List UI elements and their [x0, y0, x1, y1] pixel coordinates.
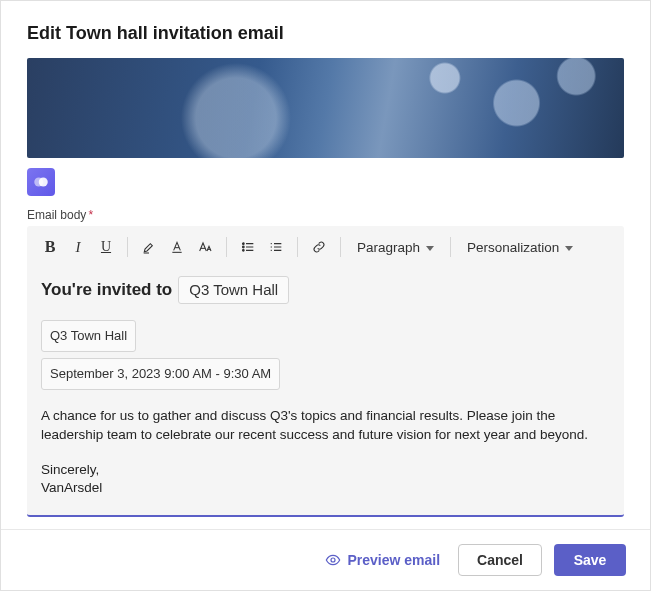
- numbered-list-button[interactable]: [263, 234, 289, 260]
- toolbar-separator: [127, 237, 128, 257]
- editor-toolbar: B I U P: [27, 226, 624, 264]
- underline-button[interactable]: U: [93, 234, 119, 260]
- bullet-list-icon: [240, 239, 256, 255]
- svg-point-1: [39, 178, 48, 187]
- preview-email-link[interactable]: Preview email: [325, 552, 440, 568]
- personalization-select[interactable]: Personalization: [459, 236, 581, 259]
- invite-prefix: You're invited to: [41, 278, 172, 303]
- email-banner-image: [27, 58, 624, 158]
- email-body-editor: B I U P: [27, 226, 624, 517]
- toolbar-separator: [340, 237, 341, 257]
- highlight-button[interactable]: [136, 234, 162, 260]
- toolbar-separator: [226, 237, 227, 257]
- chevron-down-icon: [565, 246, 573, 251]
- email-description: A chance for us to gather and discuss Q3…: [41, 406, 610, 445]
- email-body-label: Email body*: [27, 208, 624, 222]
- svg-point-4: [243, 250, 245, 252]
- paragraph-style-select[interactable]: Paragraph: [349, 236, 442, 259]
- page-title: Edit Town hall invitation email: [27, 23, 624, 44]
- toolbar-separator: [450, 237, 451, 257]
- bulleted-list-button[interactable]: [235, 234, 261, 260]
- action-bar: Preview email Cancel Save: [1, 529, 650, 590]
- event-time-token[interactable]: September 3, 2023 9:00 AM - 9:30 AM: [41, 358, 280, 390]
- svg-point-2: [243, 243, 245, 245]
- overlap-circles-icon: [32, 173, 50, 191]
- cancel-button[interactable]: Cancel: [458, 544, 542, 576]
- event-name-token[interactable]: Q3 Town Hall: [41, 320, 136, 352]
- toolbar-separator: [297, 237, 298, 257]
- event-title-token[interactable]: Q3 Town Hall: [178, 276, 289, 304]
- chevron-down-icon: [426, 246, 434, 251]
- editor-content[interactable]: You're invited to Q3 Town Hall Q3 Town H…: [27, 264, 624, 515]
- brand-logo: [27, 168, 55, 196]
- svg-point-5: [331, 558, 335, 562]
- closing-line: Sincerely,: [41, 461, 610, 479]
- svg-point-3: [243, 246, 245, 248]
- italic-button[interactable]: I: [65, 234, 91, 260]
- signature-name: VanArsdel: [41, 479, 610, 497]
- save-button[interactable]: Save: [554, 544, 626, 576]
- link-button[interactable]: [306, 234, 332, 260]
- font-color-icon: [169, 239, 185, 255]
- numbered-list-icon: [268, 239, 284, 255]
- highlighter-icon: [141, 239, 157, 255]
- link-icon: [311, 239, 327, 255]
- font-color-button[interactable]: [164, 234, 190, 260]
- bold-button[interactable]: B: [37, 234, 63, 260]
- eye-icon: [325, 552, 341, 568]
- font-size-icon: [197, 239, 213, 255]
- font-size-button[interactable]: [192, 234, 218, 260]
